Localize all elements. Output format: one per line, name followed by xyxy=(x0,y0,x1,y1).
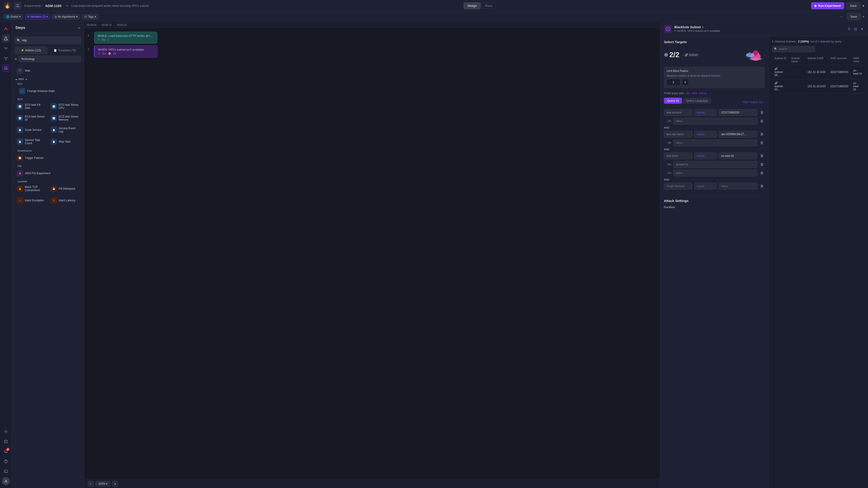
hypothesis-chevron: ▾ xyxy=(76,15,78,18)
prefill-vpc-link[interactable]: vpc xyxy=(686,92,690,95)
run-experiment-button[interactable]: ▶ Run Experiment xyxy=(811,2,844,9)
or-row-account: OR 🗑 xyxy=(664,118,765,125)
sort-subnet-cidr-icon[interactable]: ↕ xyxy=(808,60,809,63)
design-tab[interactable]: Design xyxy=(464,2,480,9)
col-subnet-name: Subnet name ↑ xyxy=(789,55,805,65)
list-item-trigger-failover[interactable]: 🔄 Trigger Failover xyxy=(14,153,81,163)
list-item-change-instance-state[interactable]: ⬡ Change Instance State xyxy=(14,86,81,96)
zoom-out-button[interactable]: − xyxy=(88,481,94,487)
svg-point-2 xyxy=(6,39,6,40)
query-delete-account[interactable]: 🗑 xyxy=(759,109,765,116)
aws-collapse-icon[interactable]: ▲ xyxy=(25,77,28,80)
edit-icon[interactable]: ✏ xyxy=(66,4,68,7)
sort-aws-account-icon[interactable]: ↕ xyxy=(831,60,832,63)
or-val-vpc[interactable] xyxy=(673,139,758,146)
svg-point-3 xyxy=(5,58,6,59)
tags-btn[interactable]: 🏷 Tags ▾ xyxy=(82,14,98,20)
user-avatar[interactable] xyxy=(2,477,10,485)
query-val-zone-1b[interactable] xyxy=(719,153,757,159)
search-input[interactable] xyxy=(14,37,81,44)
list-item-service-task-count[interactable]: 📋 Service Task Count xyxy=(14,137,48,147)
sidebar-item-flask[interactable] xyxy=(2,34,10,42)
list-item-service-event-log[interactable]: 📋 Service Event Log xyxy=(49,125,81,135)
tab-actions[interactable]: ⚡ Actions (111) xyxy=(14,47,48,54)
query-val-target[interactable] xyxy=(719,183,757,190)
lambda-inject-exception-icon: ⚠ xyxy=(17,197,23,203)
zoom-value[interactable]: 100% ▾ xyxy=(95,481,110,486)
or-delete-vpc[interactable]: 🗑 xyxy=(759,140,765,146)
collapse-steps-button[interactable]: « xyxy=(78,25,80,30)
query-ui-tab[interactable]: Query UI xyxy=(664,98,682,104)
query-delete-vpc[interactable]: 🗑 xyxy=(759,131,765,137)
sidebar-item-logo[interactable] xyxy=(2,24,10,33)
copy-icon[interactable]: ⎘ xyxy=(847,26,851,32)
sidebar-item-help[interactable] xyxy=(2,457,10,465)
prefill-subnet-link[interactable]: subnet xyxy=(699,92,707,95)
or-delete-zone-value[interactable]: 🗑 xyxy=(759,170,765,176)
list-item-block-tcp[interactable]: 🔒 Block TCP Connections xyxy=(14,184,48,194)
runs-tab[interactable]: Runs xyxy=(482,2,496,9)
sidebar-item-beaker[interactable] xyxy=(2,64,10,72)
query-op-zone[interactable]: equals xyxy=(694,153,717,159)
close-icon[interactable]: ✕ xyxy=(860,26,864,32)
query-language-tab[interactable]: Query Language xyxy=(683,98,711,104)
sidebar-item-settings[interactable] xyxy=(2,427,10,435)
query-delete-zone[interactable]: 🗑 xyxy=(759,153,765,159)
variables-btn[interactable]: fx Variables (7) ▾ xyxy=(25,14,50,20)
zoom-in-button[interactable]: + xyxy=(112,481,118,487)
prefill-zone-link[interactable]: zone xyxy=(691,92,698,95)
sidebar-item-terminal[interactable] xyxy=(2,467,10,475)
blast-radius-input[interactable] xyxy=(666,79,680,86)
or-val-zone-value[interactable] xyxy=(673,170,758,176)
technology-filter[interactable]: Technology xyxy=(19,56,81,62)
toolbar-save-chevron[interactable]: ▾ xyxy=(863,15,864,18)
query-op-account[interactable]: equals xyxy=(694,109,717,116)
blast-unit-select[interactable]: # xyxy=(682,79,689,86)
list-item-scale-service[interactable]: 📋 Scale Service xyxy=(14,125,48,135)
more-options-icon[interactable]: ··· xyxy=(838,13,845,20)
tab-templates[interactable]: 📋 Templates (76) xyxy=(49,47,81,54)
list-item-ecs-stress-memory[interactable]: 📊 ECS task Stress Memory xyxy=(49,113,81,123)
or-val-account[interactable] xyxy=(673,118,758,125)
query-attr-vpc[interactable] xyxy=(664,131,692,138)
list-item-ecs-fill-disk[interactable]: 📊 ECS task Fill Disk xyxy=(14,101,48,111)
list-item-stop-task[interactable]: 📋 Stop Task xyxy=(49,137,81,147)
result-search-input[interactable] xyxy=(772,46,815,52)
query-op-vpc[interactable]: equals xyxy=(694,131,717,138)
timeline-block-while[interactable]: WHILE: Load-balanced HTTP works all t...… xyxy=(94,32,157,43)
list-item-ecs-stress-cpu[interactable]: 📊 ECS task Stress CPU xyxy=(49,101,81,111)
or-delete-zone-1c[interactable]: 🗑 xyxy=(759,162,765,167)
list-item-inject-exception[interactable]: ⚠ Inject Exception xyxy=(14,195,48,205)
sort-aws-zone-icon[interactable]: ↕ xyxy=(861,60,862,63)
or-delete-account[interactable]: 🗑 xyxy=(759,118,765,124)
sort-subnet-name-icon[interactable]: ↑ xyxy=(800,60,801,63)
or-val-zone-1c[interactable] xyxy=(673,161,758,168)
timeline-while-label: WHILE: Load-balanced HTTP works all t... xyxy=(97,34,154,37)
save-button[interactable]: Save xyxy=(846,2,861,9)
query-attr-zone[interactable] xyxy=(664,153,692,159)
sidebar-item-activity[interactable] xyxy=(2,44,10,53)
service-dropdown-icon[interactable]: ▾ xyxy=(702,26,704,29)
list-item-aws-fis[interactable]: ⚡ AWS FIS Experiment xyxy=(14,168,81,178)
sidebar-item-network[interactable] xyxy=(2,54,10,62)
query-val-vpc[interactable] xyxy=(719,131,757,138)
list-item-fill-diskspace[interactable]: 💾 Fill Diskspace xyxy=(49,184,81,194)
hide-targets-button[interactable]: Hide Targets (2) » xyxy=(743,101,765,104)
query-attr-target[interactable] xyxy=(664,183,692,190)
query-val-account[interactable] xyxy=(719,109,757,116)
query-delete-target[interactable]: 🗑 xyxy=(759,183,765,189)
global-scope-btn[interactable]: 🌐 Global ▾ xyxy=(4,14,23,20)
list-item-ecs-stress-io[interactable]: 📊 ECS task Stress IO xyxy=(14,113,48,123)
timeline-block-when[interactable]: WHEN: VPCs subnet isn't available ⏱ 60s … xyxy=(94,45,157,58)
sort-subnet-id-icon[interactable]: ↕ xyxy=(775,60,776,63)
save-dropdown-icon[interactable]: ▾ xyxy=(862,3,864,8)
query-op-target[interactable]: equals xyxy=(694,183,717,190)
sidebar-item-notification[interactable]: 3 xyxy=(2,447,10,455)
list-item-wait[interactable]: ⏱ Wait xyxy=(14,66,81,76)
query-attr-account[interactable] xyxy=(664,109,692,116)
sidebar-item-book[interactable] xyxy=(2,437,10,446)
hypothesis-btn[interactable]: ◎ No Hypothesis ▾ xyxy=(52,14,80,20)
toolbar-save-button[interactable]: Save xyxy=(846,13,861,20)
minimize-icon[interactable]: ⊟ xyxy=(853,26,858,32)
list-item-inject-latency[interactable]: ⏱ Inject Latency xyxy=(49,195,81,205)
